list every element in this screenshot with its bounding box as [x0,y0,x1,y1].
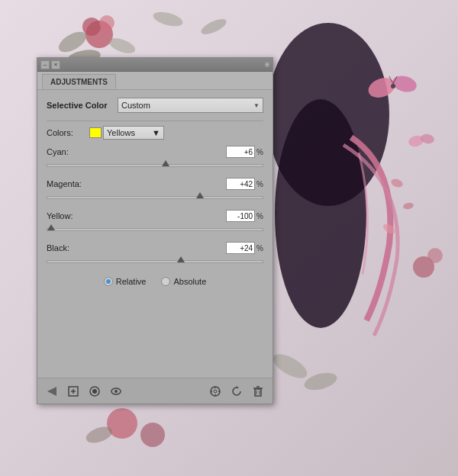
footer-add-layer-icon[interactable] [65,383,82,400]
footer-back-icon[interactable] [44,383,60,400]
cyan-input[interactable] [226,146,255,158]
svg-point-32 [92,389,97,394]
magenta-label: Magenta: [47,179,92,188]
cyan-label: Cyan: [47,147,92,156]
yellow-slider-group: Yellow: % [47,210,263,236]
cyan-pct: % [256,148,263,156]
footer-delete-icon[interactable] [250,383,266,400]
black-slider-group: Black: % [47,242,263,268]
yellow-track-container [47,224,263,236]
magenta-input[interactable] [226,178,255,190]
footer-visibility-icon[interactable] [86,383,103,400]
black-label: Black: [47,243,92,252]
relative-radio[interactable]: Relative [104,277,147,286]
panel-footer [37,378,273,404]
magenta-track[interactable] [47,196,263,199]
absolute-label: Absolute [173,277,206,286]
absolute-radio-circle [161,277,170,286]
color-swatch [89,127,102,138]
footer-eye-icon[interactable] [108,383,124,400]
footer-right-icons [207,383,266,400]
panel-menu-icon[interactable]: ≡ [265,60,269,69]
black-value-box: % [226,242,263,254]
cyan-track-container [47,159,263,172]
cyan-thumb[interactable] [162,160,169,166]
yellow-value-box: % [226,210,263,222]
tab-adjustments[interactable]: ADJUSTMENTS [42,74,116,89]
yellow-pct: % [256,212,263,220]
svg-marker-41 [237,386,239,388]
magenta-value-box: % [226,178,263,190]
cyan-slider-group: Cyan: % [47,146,263,172]
footer-left-icons [44,383,124,400]
colors-row: Colors: Yellows ▼ [47,126,263,140]
black-track-container [47,256,263,268]
black-pct: % [256,244,263,252]
yellow-track[interactable] [47,228,263,231]
yellow-label: Yellow: [47,211,92,220]
relative-label: Relative [116,277,147,286]
magenta-slider-group: Magenta: % [47,178,263,204]
yellow-thumb[interactable] [47,224,55,230]
colors-label: Colors: [47,128,85,137]
footer-reset-icon[interactable] [228,383,245,400]
svg-point-34 [114,390,118,393]
absolute-radio[interactable]: Absolute [161,277,206,286]
adjustments-panel: – × ≡ ADJUSTMENTS Selective Color Custom… [37,57,273,404]
yellow-input[interactable] [226,210,255,222]
panel-controls: – × [40,60,60,69]
yellow-slider-header: Yellow: % [47,210,263,222]
preset-dropdown-arrow: ▼ [253,102,260,109]
black-track[interactable] [47,260,263,263]
colors-value: Yellows [107,128,135,137]
black-slider-header: Black: % [47,242,263,254]
panel-titlebar: – × ≡ [37,58,273,72]
svg-point-36 [214,390,217,393]
magenta-track-container [47,191,263,204]
black-input[interactable] [226,242,255,254]
black-thumb[interactable] [177,256,185,262]
divider-1 [47,121,263,121]
footer-target-icon[interactable] [207,383,224,400]
method-radio-row: Relative Absolute [47,277,263,286]
cyan-track[interactable] [47,164,263,167]
svg-rect-42 [255,389,261,396]
cyan-slider-header: Cyan: % [47,146,263,158]
magenta-pct: % [256,180,263,188]
magenta-thumb[interactable] [196,192,204,198]
cyan-value-box: % [226,146,263,158]
selective-color-label: Selective Color [47,101,111,110]
colors-dropdown[interactable]: Yellows ▼ [103,126,164,140]
relative-radio-circle [104,277,113,286]
colors-dropdown-arrow: ▼ [152,128,160,137]
panel-content: Selective Color Custom ▼ Colors: Yellows… [37,90,273,294]
close-button[interactable]: × [51,60,60,69]
svg-marker-27 [47,387,56,396]
magenta-slider-header: Magenta: % [47,178,263,190]
selective-color-row: Selective Color Custom ▼ [47,98,263,113]
preset-value: Custom [121,101,150,110]
tab-bar: ADJUSTMENTS [37,72,273,90]
preset-dropdown[interactable]: Custom ▼ [118,98,263,113]
minimize-button[interactable]: – [40,60,50,69]
